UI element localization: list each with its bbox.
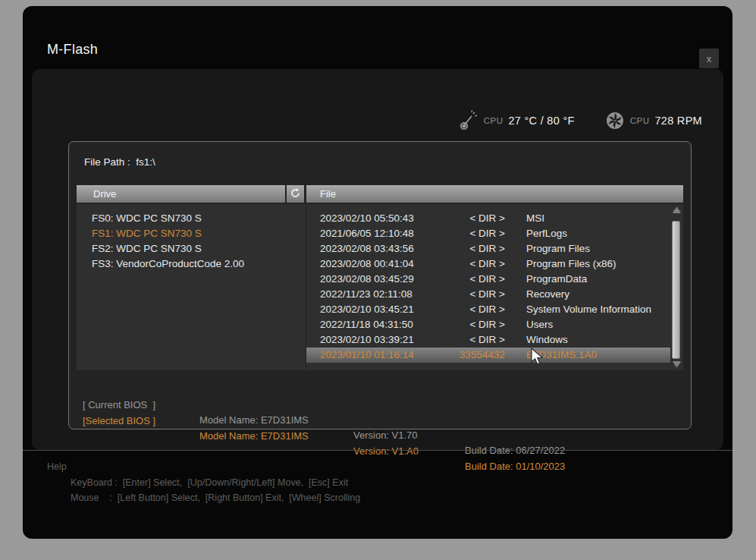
content-panel: CPU 27 °C / 80 °F	[32, 69, 723, 450]
file-name: MSI	[526, 211, 544, 226]
file-size: < DIR >	[420, 317, 505, 332]
file-column-header: File	[306, 185, 683, 203]
mflash-window: M-Flash x	[23, 6, 732, 539]
file-list-scrollbar[interactable]	[671, 204, 682, 370]
file-name: Windows	[526, 332, 568, 348]
selected-bios-label: [Selected BIOS ]	[83, 414, 155, 429]
file-date: 2023/02/08 03:43:56	[320, 241, 414, 256]
file-name: ProgramData	[526, 272, 587, 287]
file-size: < DIR >	[420, 241, 505, 256]
help-title: Help	[47, 461, 360, 472]
file-name: Program Files (x86)	[526, 256, 616, 272]
help-divider	[23, 450, 732, 451]
desktop-background: M-Flash x	[0, 0, 756, 560]
file-size: < DIR >	[420, 272, 505, 287]
cpu-temp-value: 27 °C / 80 °F	[508, 115, 574, 127]
scroll-down-icon[interactable]	[671, 359, 682, 370]
file-row[interactable]: 2023/02/08 00:41:04< DIR >Program Files …	[306, 256, 670, 272]
cpu-fan-value: 728 RPM	[654, 115, 702, 127]
file-path-label: File Path : fs1:\	[84, 156, 155, 168]
file-browser-panel: File Path : fs1:\ Drive File FS0: WDC PC…	[68, 141, 692, 429]
page-title: M-Flash	[47, 42, 98, 58]
thermometer-icon	[459, 109, 478, 132]
file-row[interactable]: 2023/02/10 05:50:43< DIR >MSI	[306, 211, 670, 226]
help-keyboard-line: KeyBoard : [Enter] Select, [Up/Down/Righ…	[71, 477, 360, 488]
cpu-temp-label: CPU	[484, 116, 503, 125]
drive-row[interactable]: FS3: VendorCoProductCode 2.00	[77, 256, 306, 272]
current-bios-version: Version: V1.70	[353, 428, 418, 443]
current-bios-row: [ Current BIOS ] Model Name: E7D31IMS Ve…	[69, 382, 96, 398]
file-date: 2022/11/23 02:11:08	[320, 287, 413, 302]
file-name: System Volume Information	[526, 302, 651, 317]
file-name: Users	[526, 317, 553, 332]
file-date: 2023/02/08 00:41:04	[320, 256, 414, 272]
file-name: Program Files	[526, 241, 590, 256]
file-row[interactable]: 2022/11/18 04:31:50< DIR >Users	[306, 317, 670, 332]
help-mouse-line: Mouse : [Left Button] Select, [Right But…	[71, 492, 360, 503]
help-section: Help KeyBoard : [Enter] Select, [Up/Down…	[47, 461, 360, 503]
file-size: < DIR >	[420, 302, 505, 317]
file-size: < DIR >	[420, 287, 505, 302]
drive-list: FS0: WDC PC SN730 SFS1: WDC PC SN730 SFS…	[77, 204, 306, 370]
close-button[interactable]: x	[699, 49, 719, 68]
file-row[interactable]: 2023/02/10 03:39:21< DIR >Windows	[306, 332, 670, 348]
scrollbar-thumb[interactable]	[672, 221, 680, 359]
file-row[interactable]: 2023/02/08 03:45:29< DIR >ProgramData	[306, 272, 670, 287]
file-row[interactable]: 2022/11/23 02:11:08< DIR >Recovery	[306, 287, 670, 302]
file-date: 2023/02/10 03:39:21	[320, 332, 414, 348]
file-size: < DIR >	[420, 332, 505, 348]
file-date: 2023/02/10 05:50:43	[320, 211, 414, 226]
mouse-cursor	[531, 348, 544, 370]
drive-row[interactable]: FS1: WDC PC SN730 S	[77, 226, 306, 241]
file-size: < DIR >	[420, 256, 505, 272]
file-name: PerfLogs	[526, 226, 567, 241]
drive-row[interactable]: FS2: WDC PC SN730 S	[77, 241, 306, 256]
file-date: 2022/11/18 04:31:50	[320, 317, 413, 332]
selected-bios-version: Version: V1.A0	[353, 444, 419, 459]
file-size: < DIR >	[420, 226, 505, 241]
cpu-fan-label: CPU	[630, 116, 650, 125]
scroll-up-icon[interactable]	[671, 205, 682, 216]
hardware-status-bar: CPU 27 °C / 80 °F	[459, 107, 702, 134]
current-bios-model: Model Name: E7D31IMS	[199, 413, 309, 428]
current-bios-build: Build Date: 06/27/2022	[465, 443, 565, 458]
fan-icon	[605, 111, 625, 131]
cpu-temperature-group: CPU 27 °C / 80 °F	[459, 109, 575, 132]
drive-column-header: Drive	[77, 185, 285, 203]
file-size: < DIR >	[420, 211, 505, 226]
file-date: 2023/02/08 03:45:29	[320, 272, 414, 287]
refresh-icon	[290, 187, 301, 201]
file-row[interactable]: 2023/02/08 03:43:56< DIR >Program Files	[306, 241, 670, 256]
file-row[interactable]: 2023/02/10 03:45:21< DIR >System Volume …	[306, 302, 670, 317]
refresh-button[interactable]	[287, 185, 304, 203]
file-date: 2023/01/10 01:16:14	[320, 348, 414, 363]
file-date: 2023/02/10 03:45:21	[320, 302, 414, 317]
cpu-fan-group: CPU 728 RPM	[605, 111, 702, 131]
file-row[interactable]: 2021/06/05 12:10:48< DIR >PerfLogs	[306, 226, 670, 241]
file-row[interactable]: 2023/01/10 01:16:1433554432E7D31IMS.1A0	[306, 348, 670, 363]
drive-row[interactable]: FS0: WDC PC SN730 S	[77, 211, 306, 226]
selected-bios-model: Model Name: E7D31IMS	[199, 429, 309, 444]
file-size: 33554432	[420, 348, 505, 363]
selected-bios-build: Build Date: 01/10/2023	[465, 459, 565, 474]
selected-bios-row: [Selected BIOS ] Model Name: E7D31IMS Ve…	[69, 398, 96, 414]
file-date: 2021/06/05 12:10:48	[320, 226, 414, 241]
file-list: 2023/02/10 05:50:43< DIR >MSI2021/06/05 …	[306, 204, 683, 370]
file-name: Recovery	[526, 287, 569, 302]
